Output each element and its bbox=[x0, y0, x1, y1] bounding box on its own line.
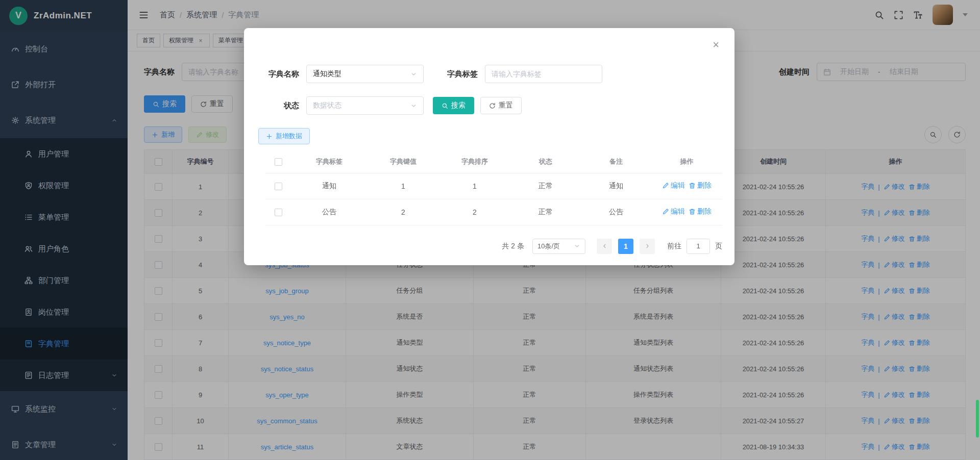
goto-page-input[interactable] bbox=[687, 239, 710, 254]
dialog-filter-row-2: 状态 数据状态 搜索 重置 bbox=[258, 96, 722, 115]
dialog-table-header: 状态 bbox=[510, 150, 581, 173]
dialog-row-checkbox-cell bbox=[265, 173, 291, 199]
dialog-filter-row-1: 字典名称 通知类型 字典标签 bbox=[258, 65, 722, 83]
next-page-button[interactable] bbox=[640, 239, 655, 254]
dialog-search-label: 搜索 bbox=[451, 101, 465, 110]
dialog-table-row: 通知11正常通知编辑删除 bbox=[265, 173, 722, 199]
pagination: 共 2 条 10条/页 1 前往 页 bbox=[258, 239, 722, 254]
dialog-status-label: 状态 bbox=[258, 101, 299, 111]
dict-label-cell: 公告 bbox=[291, 199, 368, 225]
dialog-dict-label-label: 字典标签 bbox=[437, 69, 478, 79]
dict-value-cell: 2 bbox=[368, 199, 439, 225]
dialog-row-checkbox-cell bbox=[265, 199, 291, 225]
dialog-add-data-label: 新增数据 bbox=[276, 132, 302, 141]
dialog-table-header: 操作 bbox=[651, 150, 722, 173]
edit-icon bbox=[662, 182, 669, 189]
dialog-table-header: 备注 bbox=[581, 150, 651, 173]
dialog-op-delete-link[interactable]: 删除 bbox=[689, 181, 712, 190]
chevron-left-icon bbox=[601, 243, 608, 249]
dialog-add-data-button[interactable]: 新增数据 bbox=[258, 128, 310, 144]
dialog-dict-data-table: 字典标签字典键值字典排序状态备注操作 通知11正常通知编辑删除公告22正常公告编… bbox=[265, 150, 722, 225]
dialog-table-header: 字典标签 bbox=[291, 150, 368, 173]
chevron-right-icon bbox=[644, 243, 651, 249]
edit-icon bbox=[662, 208, 669, 215]
page-unit-label: 页 bbox=[715, 242, 722, 251]
status-cell: 正常 bbox=[510, 199, 581, 225]
dialog-operations: 编辑删除 bbox=[662, 181, 712, 190]
dict-sort-cell: 1 bbox=[439, 173, 510, 199]
dialog-operations-cell: 编辑删除 bbox=[651, 173, 722, 199]
dict-value-cell: 1 bbox=[368, 173, 439, 199]
dialog-reset-button[interactable]: 重置 bbox=[480, 97, 522, 114]
plus-icon bbox=[266, 133, 273, 140]
dialog-op-edit-link[interactable]: 编辑 bbox=[662, 181, 685, 190]
dialog-reset-label: 重置 bbox=[499, 101, 513, 110]
dialog-body: 字典名称 通知类型 字典标签 状态 数据状态 搜索 重置 bbox=[244, 28, 734, 254]
page-size-value: 10条/页 bbox=[537, 242, 560, 251]
dialog-select-all-checkbox[interactable] bbox=[275, 158, 282, 166]
prev-page-button[interactable] bbox=[597, 239, 612, 254]
current-page-button[interactable]: 1 bbox=[618, 239, 633, 254]
dialog-dict-name-value: 通知类型 bbox=[313, 69, 341, 79]
remark-cell: 公告 bbox=[581, 199, 651, 225]
chevron-down-icon bbox=[574, 243, 580, 249]
dialog-table-row: 公告22正常公告编辑删除 bbox=[265, 199, 722, 225]
scrollbar-thumb[interactable] bbox=[976, 400, 979, 438]
dialog-dict-name-select[interactable]: 通知类型 bbox=[306, 65, 424, 83]
remark-cell: 通知 bbox=[581, 173, 651, 199]
dialog-status-placeholder: 数据状态 bbox=[313, 101, 341, 110]
search-icon bbox=[442, 103, 448, 109]
dict-sort-cell: 2 bbox=[439, 199, 510, 225]
dialog-row-checkbox[interactable] bbox=[275, 209, 282, 216]
trash-icon bbox=[689, 182, 696, 189]
dialog-dict-label-input[interactable] bbox=[485, 65, 602, 83]
dialog-status-select[interactable]: 数据状态 bbox=[306, 96, 424, 115]
dialog-operations-cell: 编辑删除 bbox=[651, 199, 722, 225]
dict-data-dialog: × 字典名称 通知类型 字典标签 状态 数据状态 搜索 重置 bbox=[244, 28, 734, 265]
dialog-table-header: 字典排序 bbox=[439, 150, 510, 173]
chevron-down-icon bbox=[410, 71, 417, 78]
dialog-op-delete-link[interactable]: 删除 bbox=[689, 207, 712, 216]
dict-label-cell: 通知 bbox=[291, 173, 368, 199]
dialog-row-checkbox[interactable] bbox=[275, 183, 282, 190]
dialog-select-all-header-cell bbox=[265, 150, 291, 173]
page-size-select[interactable]: 10条/页 bbox=[532, 239, 585, 254]
trash-icon bbox=[689, 208, 696, 215]
pagination-total: 共 2 条 bbox=[502, 242, 524, 251]
status-cell: 正常 bbox=[510, 173, 581, 199]
chevron-down-icon bbox=[410, 103, 417, 109]
goto-label: 前往 bbox=[667, 242, 681, 251]
dialog-operations: 编辑删除 bbox=[662, 207, 712, 216]
refresh-icon bbox=[489, 103, 496, 109]
dialog-op-edit-link[interactable]: 编辑 bbox=[662, 207, 685, 216]
dialog-dict-name-label: 字典名称 bbox=[258, 69, 299, 79]
dialog-close-icon[interactable]: × bbox=[713, 39, 719, 50]
dialog-table-header: 字典键值 bbox=[368, 150, 439, 173]
dialog-search-button[interactable]: 搜索 bbox=[433, 97, 474, 114]
